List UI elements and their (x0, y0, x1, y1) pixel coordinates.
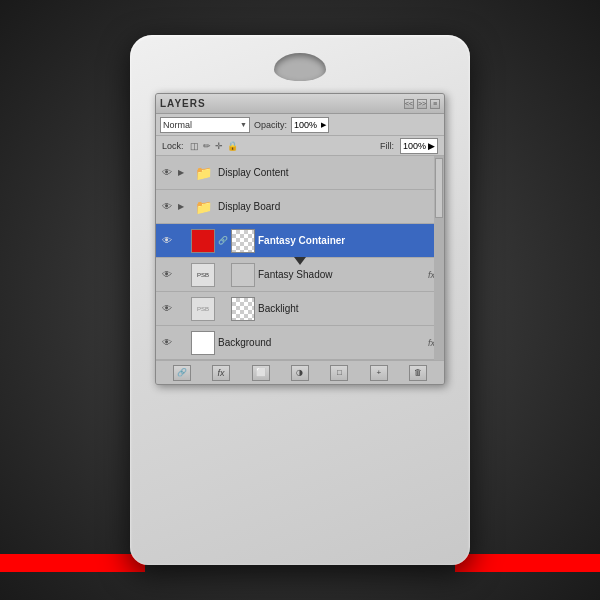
layer-thumbnail: PSB (191, 263, 215, 287)
new-layer-btn[interactable]: + (370, 365, 388, 381)
layer-row[interactable]: 👁 Background fx (156, 326, 444, 360)
visibility-icon[interactable]: 👁 (159, 267, 175, 283)
layer-row-fantasy-container[interactable]: 👁 🔗 Fantasy Container (156, 224, 444, 258)
panel-collapse-btn[interactable]: << (404, 99, 414, 109)
panel-toolbar: 🔗 fx ⬜ ◑ □ + 🗑 (156, 360, 444, 384)
lock-transparency-icon[interactable]: ◫ (190, 141, 199, 151)
visibility-icon[interactable]: 👁 (159, 335, 175, 351)
panel-expand-btn[interactable]: >> (417, 99, 427, 109)
opacity-input[interactable]: 100% ▶ (291, 117, 329, 133)
visibility-icon[interactable]: 👁 (159, 165, 175, 181)
panel-title-controls: << >> ≡ (404, 99, 440, 109)
layer-thumbnail (191, 331, 215, 355)
lock-all-icon[interactable]: 🔒 (227, 141, 238, 151)
expand-arrow[interactable]: ▶ (178, 202, 188, 211)
panel-title: LAYERS (160, 98, 206, 109)
layer-row[interactable]: 👁 PSB Backlight (156, 292, 444, 326)
layer-row[interactable]: 👁 ▶ 📁 Display Content (156, 156, 444, 190)
scroll-thumb[interactable] (435, 158, 443, 218)
layer-name: Fantasy Shadow (258, 269, 425, 280)
fill-adjustment-btn[interactable]: ◑ (291, 365, 309, 381)
fill-arrow: ▶ (428, 141, 435, 151)
new-group-btn[interactable]: □ (330, 365, 348, 381)
blend-mode-select[interactable]: Normal ▼ (160, 117, 250, 133)
link-layers-btn[interactable]: 🔗 (173, 365, 191, 381)
layer-name: Display Content (218, 167, 441, 178)
layer-name: Backlight (258, 303, 441, 314)
layer-thumbnail-2 (231, 297, 255, 321)
delete-layer-btn[interactable]: 🗑 (409, 365, 427, 381)
expand-arrow[interactable]: ▶ (178, 168, 188, 177)
red-bar-left (0, 554, 145, 572)
layer-name: Fantasy Container (258, 235, 441, 246)
layer-thumbnail-2 (231, 263, 255, 287)
panel-scrollbar[interactable] (434, 156, 444, 360)
lock-label: Lock: (162, 141, 184, 151)
layers-list: 👁 ▶ 📁 Display Content 👁 ▶ 📁 Display Boar… (156, 156, 444, 360)
fill-label: Fill: (380, 141, 394, 151)
panel-titlebar: LAYERS << >> ≡ (156, 94, 444, 114)
blend-opacity-row: Normal ▼ Opacity: 100% ▶ (156, 114, 444, 136)
layer-name: Background (218, 337, 425, 348)
drop-indicator (294, 257, 306, 265)
blister-pack: LAYERS << >> ≡ Normal ▼ Opacity: 100% ▶ … (130, 35, 470, 565)
layer-thumbnail: 📁 (191, 161, 215, 185)
link-icon: 🔗 (218, 236, 228, 245)
fill-input[interactable]: 100% ▶ (400, 138, 438, 154)
layer-name: Display Board (218, 201, 441, 212)
lock-fill-row: Lock: ◫ ✏ ✛ 🔒 Fill: 100% ▶ (156, 136, 444, 156)
visibility-icon[interactable]: 👁 (159, 199, 175, 215)
layers-panel: LAYERS << >> ≡ Normal ▼ Opacity: 100% ▶ … (155, 93, 445, 385)
layer-thumbnail: PSB (191, 297, 215, 321)
blend-dropdown-arrow: ▼ (240, 121, 247, 128)
add-mask-btn[interactable]: ⬜ (252, 365, 270, 381)
opacity-label: Opacity: (254, 120, 287, 130)
lock-position-icon[interactable]: ✛ (215, 141, 223, 151)
layer-thumbnail-color (191, 229, 215, 253)
add-fx-btn[interactable]: fx (212, 365, 230, 381)
visibility-icon[interactable]: 👁 (159, 301, 175, 317)
visibility-icon[interactable]: 👁 (159, 233, 175, 249)
layer-thumbnail: 📁 (191, 195, 215, 219)
lock-paint-icon[interactable]: ✏ (203, 141, 211, 151)
panel-menu-btn[interactable]: ≡ (430, 99, 440, 109)
opacity-arrow: ▶ (321, 121, 326, 129)
layer-row[interactable]: 👁 ▶ 📁 Display Board (156, 190, 444, 224)
red-bar-right (455, 554, 600, 572)
lock-icons: ◫ ✏ ✛ 🔒 (190, 141, 238, 151)
layer-thumbnail-mask (231, 229, 255, 253)
hang-hole (274, 53, 326, 81)
